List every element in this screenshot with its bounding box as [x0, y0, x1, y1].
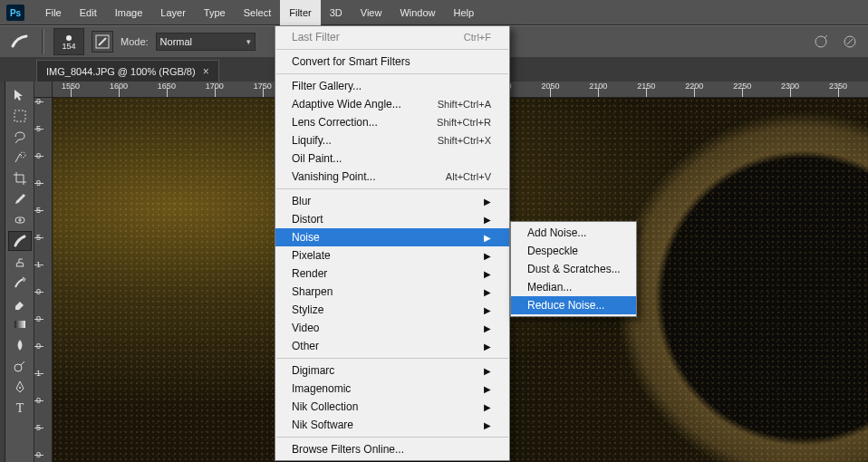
menu-select[interactable]: Select [235, 0, 281, 25]
submenu-arrow-icon: ▶ [484, 323, 491, 333]
menu-item-last-filter: Last FilterCtrl+F [275, 28, 509, 46]
menu-type[interactable]: Type [195, 0, 235, 25]
noise-submenu: Add Noise...DespeckleDust & Scratches...… [510, 221, 637, 317]
move-tool[interactable] [8, 85, 32, 105]
menu-item-convert-for-smart-filters[interactable]: Convert for Smart Filters [275, 53, 509, 71]
ruler-h-label: 2150 [637, 82, 655, 91]
menu-item-blur[interactable]: Blur▶ [275, 192, 509, 210]
submenu-arrow-icon: ▶ [484, 402, 491, 412]
menu-filter[interactable]: Filter [280, 0, 320, 25]
brush-size-value: 154 [62, 42, 75, 51]
menu-item-median[interactable]: Median... [511, 278, 636, 296]
brush-preset-picker[interactable]: 154 [53, 28, 84, 55]
menu-help[interactable]: Help [445, 0, 484, 25]
menu-edit[interactable]: Edit [71, 0, 106, 25]
marquee-tool[interactable] [8, 106, 32, 126]
menu-item-nik-collection[interactable]: Nik Collection▶ [275, 398, 509, 416]
menu-item-other[interactable]: Other▶ [275, 337, 509, 355]
brush-tool[interactable] [8, 231, 32, 251]
tool-preset-icon[interactable] [7, 31, 33, 53]
clone-stamp-tool[interactable] [8, 252, 32, 272]
menu-layer[interactable]: Layer [151, 0, 195, 25]
menu-item-reduce-noise[interactable]: Reduce Noise... [511, 296, 636, 314]
menu-3d[interactable]: 3D [321, 0, 352, 25]
blend-mode-value: Normal [160, 36, 192, 47]
gradient-tool[interactable] [8, 314, 32, 334]
menu-item-despeckle[interactable]: Despeckle [511, 242, 636, 260]
filter-menu: Last FilterCtrl+FConvert for Smart Filte… [275, 25, 510, 461]
ruler-v-label: 5 [36, 233, 41, 242]
menu-file[interactable]: File [36, 0, 71, 25]
tablet-pressure-icon[interactable] [839, 31, 861, 53]
menu-window[interactable]: Window [391, 0, 444, 25]
submenu-arrow-icon: ▶ [484, 233, 491, 243]
menu-item-digimarc[interactable]: Digimarc▶ [275, 361, 509, 380]
blend-mode-label: Mode: [121, 36, 149, 47]
ruler-h-label: 1650 [158, 82, 176, 91]
menu-item-adaptive-wide-angle[interactable]: Adaptive Wide Angle...Shift+Ctrl+A [275, 95, 509, 113]
menu-item-pixelate[interactable]: Pixelate▶ [275, 246, 509, 265]
menu-item-noise[interactable]: Noise▶ [275, 228, 509, 246]
menu-item-dust-scratches[interactable]: Dust & Scratches... [511, 260, 636, 278]
pen-tool[interactable] [8, 377, 32, 397]
chevron-down-icon: ▾ [246, 37, 251, 46]
app-logo-icon: Ps [5, 5, 25, 21]
ruler-h-label: 2350 [829, 82, 847, 91]
menu-item-add-noise[interactable]: Add Noise... [511, 224, 636, 242]
ruler-h-label: 2200 [685, 82, 703, 91]
menu-item-filter-gallery[interactable]: Filter Gallery... [275, 77, 509, 95]
blend-mode-select[interactable]: Normal ▾ [156, 33, 256, 51]
ruler-v-label: 5 [36, 206, 41, 215]
menu-view[interactable]: View [352, 0, 391, 25]
ruler-v-label: 1 [36, 260, 41, 269]
submenu-arrow-icon: ▶ [484, 342, 491, 351]
submenu-arrow-icon: ▶ [484, 384, 491, 394]
svg-rect-5 [14, 111, 25, 121]
menu-item-vanishing-point[interactable]: Vanishing Point...Alt+Ctrl+V [275, 168, 509, 186]
document-tab[interactable]: IMG_8044.JPG @ 100% (RGB/8) × [36, 60, 219, 82]
submenu-arrow-icon: ▶ [484, 197, 491, 207]
menu-image[interactable]: Image [106, 0, 152, 25]
submenu-arrow-icon: ▶ [484, 251, 491, 261]
brush-dot-icon [66, 35, 72, 41]
blur-tool[interactable] [8, 335, 32, 355]
ruler-v-label: 5 [36, 124, 41, 133]
menu-item-distort[interactable]: Distort▶ [275, 210, 509, 228]
svg-rect-8 [14, 321, 25, 328]
menu-item-stylize[interactable]: Stylize▶ [275, 301, 509, 319]
dodge-tool[interactable] [8, 356, 32, 376]
menu-item-liquify[interactable]: Liquify...Shift+Ctrl+X [275, 131, 509, 149]
history-brush-tool[interactable] [8, 273, 32, 293]
ruler-vertical[interactable]: 95095510001050 [34, 82, 53, 462]
submenu-arrow-icon: ▶ [484, 215, 491, 225]
ruler-v-label: 0 [36, 287, 41, 296]
ruler-h-label: 1600 [110, 82, 128, 91]
healing-brush-tool[interactable] [8, 210, 32, 230]
menu-item-sharpen[interactable]: Sharpen▶ [275, 283, 509, 301]
svg-point-10 [19, 387, 21, 389]
eraser-tool[interactable] [8, 294, 32, 313]
menu-item-imagenomic[interactable]: Imagenomic▶ [275, 380, 509, 398]
brush-panel-toggle-icon[interactable] [92, 31, 113, 53]
submenu-arrow-icon: ▶ [484, 305, 491, 315]
type-tool[interactable]: T [8, 398, 32, 418]
menu-item-browse-filters-online[interactable]: Browse Filters Online... [275, 440, 509, 458]
submenu-arrow-icon: ▶ [484, 287, 491, 297]
submenu-arrow-icon: ▶ [484, 420, 491, 430]
crop-tool[interactable] [8, 168, 32, 188]
airbrush-icon[interactable] [810, 31, 832, 53]
lasso-tool[interactable] [8, 127, 32, 147]
menu-item-render[interactable]: Render▶ [275, 265, 509, 283]
menu-item-nik-software[interactable]: Nik Software▶ [275, 416, 509, 434]
eyedropper-tool[interactable] [8, 189, 32, 209]
menu-item-oil-paint[interactable]: Oil Paint... [275, 149, 509, 168]
quick-select-tool[interactable] [8, 148, 32, 168]
ruler-v-label: 0 [36, 314, 41, 323]
menu-item-lens-correction[interactable]: Lens Correction...Shift+Ctrl+R [275, 113, 509, 131]
ruler-v-label: 0 [36, 396, 41, 405]
menubar: Ps FileEditImageLayerTypeSelectFilter3DV… [0, 0, 868, 25]
ruler-h-label: 1700 [206, 82, 224, 91]
menu-item-video[interactable]: Video▶ [275, 319, 509, 337]
svg-text:T: T [15, 401, 24, 415]
close-icon[interactable]: × [203, 65, 209, 78]
